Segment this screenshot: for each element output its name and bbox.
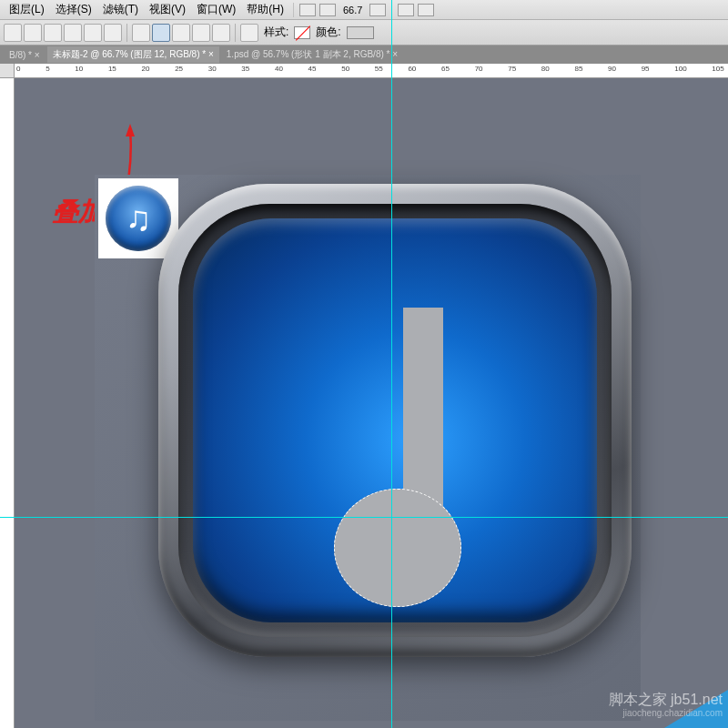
menu-view[interactable]: 视图(V): [144, 0, 191, 19]
ruler-mark: 60: [408, 65, 416, 73]
arrange-icon[interactable]: [299, 4, 316, 16]
ruler-mark: 95: [642, 65, 650, 73]
canvas[interactable]: ♫: [95, 175, 641, 721]
canvas-background: ♫: [95, 175, 641, 721]
menu-filter[interactable]: 滤镜(T): [97, 0, 144, 19]
ruler-vertical: [0, 78, 15, 728]
tab-2[interactable]: 未标题-2 @ 66.7% (图层 12, RGB/8) * ×: [47, 46, 219, 63]
separator: [293, 3, 294, 17]
guide-horizontal[interactable]: [0, 517, 728, 518]
shape-rect-icon[interactable]: [4, 24, 22, 42]
color-swatch[interactable]: [347, 26, 374, 39]
ruler-mark: 85: [574, 65, 582, 73]
menu-window[interactable]: 窗口(W): [191, 0, 241, 19]
color-label: 颜色:: [312, 25, 344, 40]
shape-roundrect-icon[interactable]: [24, 24, 42, 42]
ruler-mark: 35: [241, 65, 249, 73]
watermark-main: 脚本之家 jb51.net: [609, 692, 723, 707]
pathop-exclude-icon[interactable]: [212, 24, 230, 42]
menu-help[interactable]: 帮助(H): [241, 0, 289, 19]
zoom-value[interactable]: 66.7: [338, 3, 368, 17]
shape-ellipse-icon[interactable]: [44, 24, 62, 42]
ruler-horizontal: 0 5 10 15 20 25 30 35 40 45 50 55 60 65 …: [0, 64, 728, 78]
ruler-mark: 90: [608, 65, 616, 73]
ruler-marks: 0 5 10 15 20 25 30 35 40 45 50 55 60 65 …: [16, 65, 728, 73]
workspace: 叠加模式 ♫: [0, 78, 728, 728]
ruler-mark: 25: [175, 65, 183, 73]
music-note-icon: ♫: [126, 199, 152, 238]
dropdown-icon[interactable]: [369, 4, 386, 16]
tab-3[interactable]: 1.psd @ 56.7% (形状 1 副本 2, RGB/8) * ×: [221, 46, 403, 63]
ruler-mark: 15: [108, 65, 116, 73]
pathop-subtract-icon[interactable]: [172, 24, 190, 42]
ruler-mark: 80: [541, 65, 550, 73]
selection-marquee: [334, 489, 461, 607]
ruler-mark: 45: [308, 65, 317, 73]
menu-bar: 图层(L) 选择(S) 滤镜(T) 视图(V) 窗口(W) 帮助(H) 66.7: [0, 0, 728, 20]
pathop-new-icon[interactable]: [132, 24, 150, 42]
shape-polygon-icon[interactable]: [64, 24, 82, 42]
link-icon[interactable]: [240, 24, 258, 42]
guide-vertical[interactable]: [391, 0, 392, 728]
ruler-mark: 70: [475, 65, 483, 73]
ruler-mark: 5: [46, 65, 49, 73]
menu-select[interactable]: 选择(S): [50, 0, 97, 19]
icon-bezel: [158, 184, 632, 657]
icon-blue-face: [193, 218, 597, 622]
ruler-mark: 20: [142, 65, 150, 73]
watermark-sub: jiaocheng.chazidian.com: [609, 708, 723, 719]
style-swatch[interactable]: [294, 26, 310, 39]
ruler-mark: 55: [375, 65, 383, 73]
ruler-mark: 75: [508, 65, 516, 73]
separator: [235, 24, 236, 42]
shape-line-icon[interactable]: [84, 24, 102, 42]
screen-mode-icon[interactable]: [319, 4, 336, 16]
document-tabs: B/8) * × 未标题-2 @ 66.7% (图层 12, RGB/8) * …: [0, 46, 728, 64]
ruler-mark: 105: [712, 65, 723, 73]
ruler-mark: 40: [275, 65, 283, 73]
pathop-intersect-icon[interactable]: [192, 24, 210, 42]
itunes-circle-icon: ♫: [106, 186, 171, 251]
extra-icon[interactable]: [418, 4, 434, 16]
ruler-mark: 65: [441, 65, 450, 73]
reference-thumbnail: ♫: [98, 178, 178, 258]
tab-1[interactable]: B/8) * ×: [4, 48, 46, 62]
ruler-mark: 100: [674, 65, 686, 73]
ruler-corner: [0, 64, 15, 78]
ruler-mark: 0: [16, 65, 20, 73]
shape-custom-icon[interactable]: [104, 24, 122, 42]
watermark: 脚本之家 jb51.net jiaocheng.chazidian.com: [609, 691, 723, 719]
ruler-mark: 10: [75, 65, 83, 73]
menu-layer[interactable]: 图层(L): [4, 0, 50, 19]
style-label: 样式:: [260, 25, 292, 40]
pathop-add-icon[interactable]: [152, 24, 170, 42]
separator: [126, 24, 127, 42]
ruler-mark: 30: [208, 65, 217, 73]
icon-inner-ring: [178, 204, 612, 637]
ruler-mark: 50: [341, 65, 349, 73]
options-bar: 样式: 颜色:: [0, 20, 728, 46]
hand-icon[interactable]: [398, 4, 414, 16]
